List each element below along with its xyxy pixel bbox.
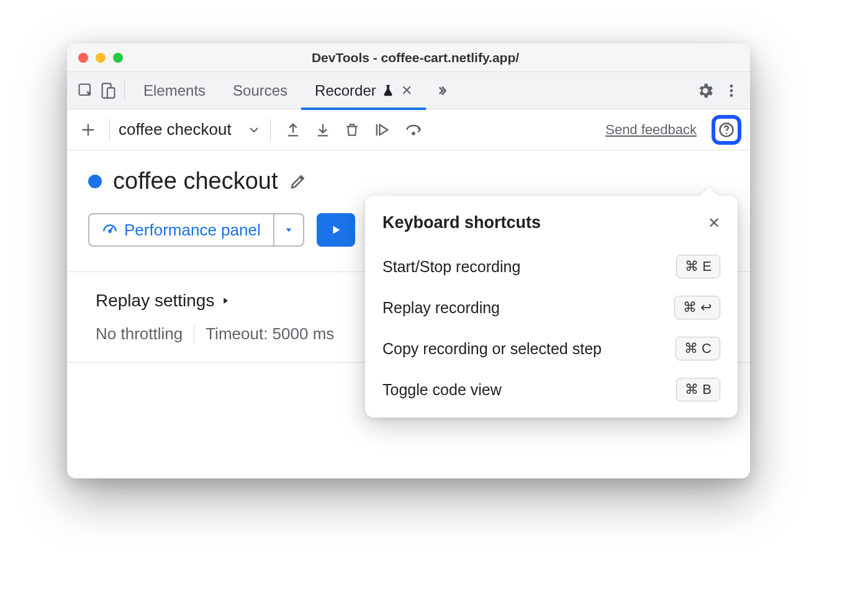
close-popup-button[interactable]: ✕ bbox=[708, 214, 720, 232]
recording-title: coffee checkout bbox=[113, 168, 278, 194]
new-recording-button[interactable] bbox=[76, 121, 101, 139]
step-over-icon[interactable] bbox=[404, 121, 423, 139]
flask-icon bbox=[381, 84, 395, 98]
shortcut-row: Toggle code view ⌘ B bbox=[382, 378, 720, 401]
separator bbox=[194, 325, 194, 344]
recording-name-select[interactable]: coffee checkout bbox=[119, 120, 243, 139]
shortcut-row: Replay recording ⌘ ↩ bbox=[382, 296, 720, 319]
shortcut-row: Start/Stop recording ⌘ E bbox=[382, 255, 720, 278]
inspect-element-icon[interactable] bbox=[75, 80, 97, 102]
recorder-actions bbox=[284, 121, 423, 139]
shortcut-row: Copy recording or selected step ⌘ C bbox=[382, 337, 720, 360]
replay-settings-label: Replay settings bbox=[96, 291, 214, 311]
svg-point-9 bbox=[109, 231, 111, 232]
recorder-toolbar: coffee checkout Send feedback bbox=[67, 109, 750, 150]
import-icon[interactable] bbox=[314, 121, 332, 139]
popup-title: Keyboard shortcuts bbox=[382, 213, 541, 232]
settings-icon[interactable] bbox=[694, 80, 717, 102]
separator bbox=[124, 81, 125, 101]
recording-title-row: coffee checkout bbox=[88, 168, 729, 194]
devtools-tabbar: Elements Sources Recorder ✕ bbox=[67, 72, 750, 109]
titlebar: DevTools - coffee-cart.netlify.app/ bbox=[67, 43, 750, 72]
recording-status-dot bbox=[88, 175, 102, 188]
shortcut-label: Copy recording or selected step bbox=[382, 340, 602, 358]
svg-rect-2 bbox=[107, 88, 115, 98]
send-feedback-link[interactable]: Send feedback bbox=[605, 122, 697, 138]
shortcut-keys: ⌘ B bbox=[676, 378, 720, 401]
timeout-value: Timeout: 5000 ms bbox=[206, 324, 334, 344]
shortcut-keys: ⌘ C bbox=[676, 337, 720, 360]
performance-panel-button[interactable]: Performance panel bbox=[88, 213, 304, 247]
svg-point-8 bbox=[726, 132, 728, 134]
tab-elements[interactable]: Elements bbox=[130, 72, 219, 109]
performance-dropdown-icon[interactable] bbox=[273, 214, 303, 245]
svg-point-6 bbox=[412, 132, 415, 135]
svg-point-5 bbox=[730, 94, 733, 97]
more-tabs-button[interactable] bbox=[426, 72, 457, 109]
svg-point-4 bbox=[730, 89, 733, 92]
chevron-down-icon[interactable] bbox=[246, 122, 261, 137]
shortcut-label: Start/Stop recording bbox=[382, 258, 520, 276]
tab-recorder[interactable]: Recorder ✕ bbox=[301, 72, 426, 109]
shortcut-keys: ⌘ E bbox=[676, 255, 720, 278]
close-tab-icon[interactable]: ✕ bbox=[401, 83, 412, 99]
keyboard-shortcuts-popup: Keyboard shortcuts ✕ Start/Stop recordin… bbox=[365, 196, 738, 418]
svg-point-3 bbox=[730, 85, 733, 88]
edit-title-icon[interactable] bbox=[289, 172, 307, 191]
window-title: DevTools - coffee-cart.netlify.app/ bbox=[92, 50, 739, 65]
tab-recorder-label: Recorder bbox=[315, 82, 376, 99]
tab-sources[interactable]: Sources bbox=[219, 72, 301, 109]
kebab-menu-icon[interactable] bbox=[720, 80, 743, 102]
throttling-value: No throttling bbox=[96, 324, 183, 344]
shortcut-keys: ⌘ ↩ bbox=[674, 296, 720, 319]
shortcut-label: Toggle code view bbox=[382, 381, 502, 399]
shortcut-label: Replay recording bbox=[382, 299, 500, 317]
replay-button[interactable] bbox=[317, 213, 355, 247]
export-icon[interactable] bbox=[284, 121, 302, 139]
separator bbox=[109, 119, 110, 141]
performance-panel-label: Performance panel bbox=[124, 221, 261, 240]
close-window-button[interactable] bbox=[78, 53, 88, 63]
shortcuts-list: Start/Stop recording ⌘ E Replay recordin… bbox=[382, 255, 720, 401]
help-button[interactable] bbox=[712, 115, 741, 145]
device-toolbar-icon[interactable] bbox=[97, 80, 119, 102]
separator bbox=[270, 119, 271, 141]
devtools-window: DevTools - coffee-cart.netlify.app/ Elem… bbox=[67, 43, 750, 478]
delete-icon[interactable] bbox=[344, 121, 360, 139]
step-play-icon[interactable] bbox=[373, 121, 391, 139]
